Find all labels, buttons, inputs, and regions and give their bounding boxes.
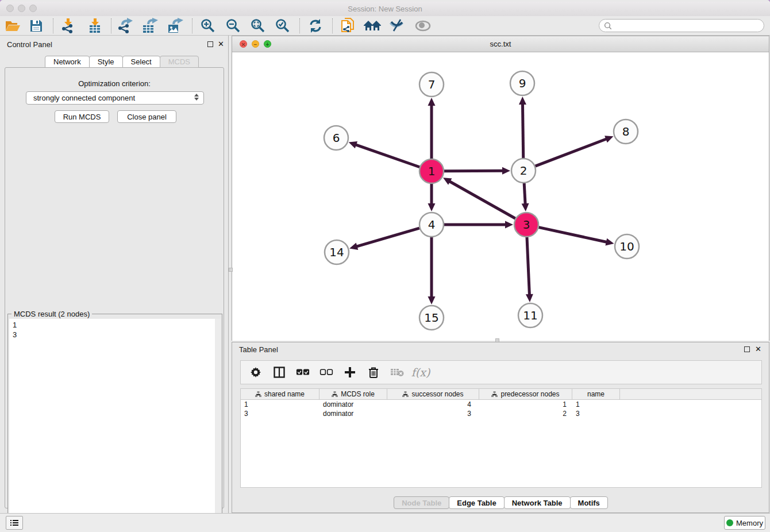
table-row[interactable]: 1 dominator 4 1 1 [241, 400, 761, 409]
search-input[interactable] [612, 22, 764, 30]
mcds-tab-content: Optimization criterion: strongly connect… [5, 67, 224, 508]
close-panel-button[interactable]: Close panel [117, 110, 176, 123]
zoom-selected-icon[interactable] [274, 18, 292, 34]
graph-edge[interactable] [355, 228, 419, 247]
task-history-button[interactable] [6, 516, 23, 530]
graph-edge[interactable] [536, 138, 609, 166]
search-box[interactable] [599, 19, 764, 32]
tab-node-table[interactable]: Node Table [394, 496, 449, 509]
save-session-icon[interactable] [27, 18, 45, 34]
network-canvas[interactable]: 7968124314101511 [232, 52, 769, 341]
network-graph[interactable]: 7968124314101511 [232, 52, 769, 341]
float-panel-icon[interactable] [207, 41, 213, 47]
graph-edge-arrowhead [428, 296, 436, 304]
table-toolbar: f(x) [240, 360, 762, 384]
graph-edge-arrowhead [428, 203, 436, 211]
close-table-panel-icon[interactable]: ✕ [755, 346, 761, 352]
memory-status-icon [726, 519, 733, 526]
column-header-shared-name[interactable]: shared name [241, 389, 319, 399]
duplicate-network-icon[interactable] [338, 18, 357, 34]
criterion-select[interactable]: strongly connected component [26, 91, 204, 105]
function-builder-icon: f(x) [414, 365, 428, 379]
column-header-predecessor-nodes[interactable]: predecessor nodes [479, 389, 572, 399]
graph-edge-arrowhead [349, 242, 358, 249]
tab-network[interactable]: Network [45, 56, 90, 68]
table-tabs: Node Table Edge Table Network Table Moti… [232, 496, 769, 509]
import-table-icon[interactable] [86, 18, 104, 34]
graph-edge-arrowhead [349, 141, 357, 148]
column-header-mcds-role[interactable]: MCDS role [319, 389, 387, 399]
memory-label: Memory [736, 519, 763, 527]
graph-edge[interactable] [522, 102, 523, 158]
control-panel-tabs: Network Style Select MCDS [45, 56, 198, 68]
toolbar-separator [332, 18, 333, 33]
graph-node-label: 6 [333, 131, 340, 145]
eye-icon [414, 18, 432, 34]
graph-edge-arrowhead [522, 203, 529, 211]
toolbar-separator [111, 18, 111, 33]
control-panel: Control Panel ✕ Network Style Select MCD… [0, 36, 229, 513]
result-scrollbar[interactable] [215, 319, 221, 531]
graph-edge[interactable] [444, 171, 505, 171]
mcds-result-legend: MCDS result (2 nodes) [11, 310, 92, 318]
tab-network-table[interactable]: Network Table [504, 496, 571, 509]
refresh-layout-icon[interactable] [306, 18, 325, 34]
close-panel-icon[interactable]: ✕ [218, 41, 224, 47]
tab-style[interactable]: Style [89, 56, 123, 68]
main-toolbar [0, 16, 770, 36]
graph-edge-arrowhead [428, 98, 436, 106]
column-header-name[interactable]: name [572, 389, 620, 399]
graph-node-label: 1 [428, 164, 436, 178]
select-all-columns-icon[interactable] [296, 365, 310, 379]
graph-edge[interactable] [524, 183, 525, 206]
run-mcds-button[interactable]: Run MCDS [55, 110, 109, 123]
split-pane-icon[interactable] [272, 365, 286, 379]
graph-edge[interactable] [538, 228, 608, 242]
deselect-all-columns-icon[interactable] [319, 365, 333, 379]
delete-table-icon [390, 365, 404, 379]
graph-node-label: 3 [523, 218, 530, 232]
delete-column-icon[interactable] [367, 365, 380, 379]
open-session-icon[interactable] [3, 18, 22, 34]
mcds-result-box: MCDS result (2 nodes) 1 3 [7, 314, 222, 532]
zoom-out-icon[interactable] [224, 18, 242, 34]
graph-edge-arrowhead [519, 97, 526, 105]
sitemap-icon [402, 391, 409, 397]
window-title: Session: New Session [0, 5, 770, 13]
export-image-icon[interactable] [166, 18, 184, 34]
graph-edge-arrowhead [605, 238, 614, 246]
hide-graphics-details-icon[interactable] [388, 18, 406, 34]
sitemap-icon [491, 391, 498, 397]
optimization-criterion-label: Optimization criterion: [5, 79, 224, 88]
add-column-icon[interactable] [343, 365, 357, 379]
graph-node-label: 2 [520, 164, 528, 178]
graph-edge[interactable] [448, 180, 515, 218]
tab-select[interactable]: Select [122, 56, 160, 68]
graph-node-label: 10 [619, 240, 634, 253]
toolbar-separator [53, 18, 53, 33]
network-window-titlebar[interactable]: ✕ − + scc.txt [232, 36, 769, 52]
graph-edge[interactable] [354, 144, 419, 167]
sitemap-icon [255, 391, 261, 397]
tab-edge-table[interactable]: Edge Table [449, 496, 504, 509]
export-network-icon[interactable] [116, 18, 134, 34]
table-row[interactable]: 3 dominator 3 2 3 [241, 409, 761, 418]
mcds-result-text[interactable]: 1 3 [9, 319, 215, 531]
column-header-successor-nodes[interactable]: successor nodes [387, 389, 479, 399]
tab-motifs[interactable]: Motifs [570, 496, 608, 509]
splitter-knob-vertical[interactable] [229, 268, 233, 272]
float-table-panel-icon[interactable] [744, 346, 750, 352]
import-network-icon[interactable] [59, 18, 77, 34]
graph-edge-arrowhead [526, 294, 533, 302]
zoom-fit-icon[interactable] [249, 18, 267, 34]
houses-icon[interactable] [363, 18, 382, 34]
zoom-in-icon[interactable] [199, 18, 217, 34]
graph-node-label: 8 [622, 125, 630, 138]
gear-icon[interactable] [249, 365, 263, 379]
graph-edge[interactable] [527, 237, 530, 296]
export-table-icon[interactable] [141, 18, 159, 34]
memory-button[interactable]: Memory [724, 516, 765, 530]
application-window: Session: New Session [0, 0, 770, 532]
tab-mcds[interactable]: MCDS [160, 56, 199, 68]
sitemap-icon [332, 391, 338, 397]
